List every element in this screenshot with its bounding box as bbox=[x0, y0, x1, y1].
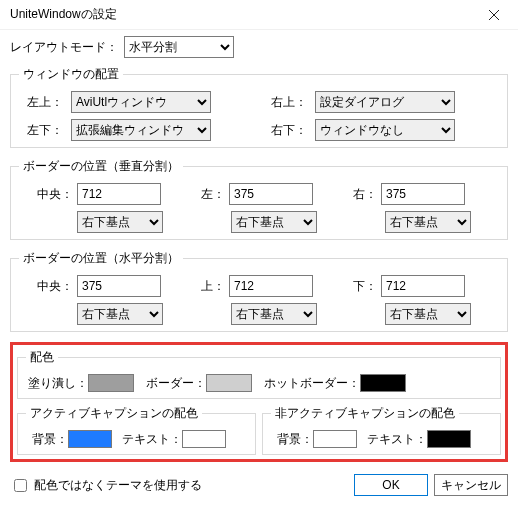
border-v-center-label: 中央： bbox=[29, 186, 73, 203]
group-inactive-caption-legend: 非アクティブキャプションの配色 bbox=[271, 405, 459, 422]
border-h-center-label: 中央： bbox=[29, 278, 73, 295]
inactive-bg-swatch[interactable] bbox=[313, 430, 357, 448]
hot-border-color-swatch[interactable] bbox=[360, 374, 406, 392]
group-border-horizontal: ボーダーの位置（水平分割） 中央： 上： 下： 右下基点 右下基点 右下基点 bbox=[10, 250, 508, 332]
inactive-bg-label: 背景： bbox=[277, 431, 313, 448]
active-text-swatch[interactable] bbox=[182, 430, 226, 448]
border-v-right-input[interactable] bbox=[381, 183, 465, 205]
border-h-top-label: 上： bbox=[181, 278, 225, 295]
fill-color-swatch[interactable] bbox=[88, 374, 134, 392]
border-v-center-input[interactable] bbox=[77, 183, 161, 205]
cancel-button[interactable]: キャンセル bbox=[434, 474, 508, 496]
ok-button[interactable]: OK bbox=[354, 474, 428, 496]
group-border-vertical: ボーダーの位置（垂直分割） 中央： 左： 右： 右下基点 右下基点 右下基点 bbox=[10, 158, 508, 240]
group-colors: 配色 塗り潰し： ボーダー： ホットボーダー： bbox=[17, 349, 501, 399]
placement-bl-label: 左下： bbox=[19, 122, 63, 139]
fill-color-label: 塗り潰し： bbox=[28, 375, 88, 392]
hot-border-color-label: ホットボーダー： bbox=[264, 375, 360, 392]
border-h-top-origin[interactable]: 右下基点 bbox=[231, 303, 317, 325]
layout-mode-select[interactable]: 水平分割 bbox=[124, 36, 234, 58]
placement-tr-select[interactable]: 設定ダイアログ bbox=[315, 91, 455, 113]
group-inactive-caption: 非アクティブキャプションの配色 背景： テキスト： bbox=[262, 405, 501, 455]
placement-tl-select[interactable]: AviUtlウィンドウ bbox=[71, 91, 211, 113]
group-border-horizontal-legend: ボーダーの位置（水平分割） bbox=[19, 250, 183, 267]
window-title: UniteWindowの設定 bbox=[10, 6, 472, 23]
group-window-placement: ウィンドウの配置 左上： AviUtlウィンドウ 右上： 設定ダイアログ 左下：… bbox=[10, 66, 508, 148]
border-v-left-origin[interactable]: 右下基点 bbox=[231, 211, 317, 233]
placement-tr-label: 右上： bbox=[263, 94, 307, 111]
group-active-caption: アクティブキャプションの配色 背景： テキスト： bbox=[17, 405, 256, 455]
border-h-center-origin[interactable]: 右下基点 bbox=[77, 303, 163, 325]
border-h-top-input[interactable] bbox=[229, 275, 313, 297]
border-h-bottom-input[interactable] bbox=[381, 275, 465, 297]
use-theme-label: 配色ではなくテーマを使用する bbox=[34, 477, 202, 494]
active-text-label: テキスト： bbox=[122, 431, 182, 448]
border-v-right-origin[interactable]: 右下基点 bbox=[385, 211, 471, 233]
active-bg-label: 背景： bbox=[32, 431, 68, 448]
use-theme-checkbox-wrap[interactable]: 配色ではなくテーマを使用する bbox=[10, 476, 348, 495]
close-icon bbox=[489, 10, 499, 20]
active-bg-swatch[interactable] bbox=[68, 430, 112, 448]
inactive-text-label: テキスト： bbox=[367, 431, 427, 448]
placement-br-label: 右下： bbox=[263, 122, 307, 139]
titlebar: UniteWindowの設定 bbox=[0, 0, 518, 30]
placement-bl-select[interactable]: 拡張編集ウィンドウ bbox=[71, 119, 211, 141]
group-window-placement-legend: ウィンドウの配置 bbox=[19, 66, 123, 83]
use-theme-checkbox[interactable] bbox=[14, 479, 27, 492]
group-active-caption-legend: アクティブキャプションの配色 bbox=[26, 405, 202, 422]
inactive-text-swatch[interactable] bbox=[427, 430, 471, 448]
border-v-left-input[interactable] bbox=[229, 183, 313, 205]
border-v-center-origin[interactable]: 右下基点 bbox=[77, 211, 163, 233]
border-h-center-input[interactable] bbox=[77, 275, 161, 297]
border-color-swatch[interactable] bbox=[206, 374, 252, 392]
group-border-vertical-legend: ボーダーの位置（垂直分割） bbox=[19, 158, 183, 175]
close-button[interactable] bbox=[472, 1, 516, 29]
placement-br-select[interactable]: ウィンドウなし bbox=[315, 119, 455, 141]
placement-tl-label: 左上： bbox=[19, 94, 63, 111]
border-h-bottom-origin[interactable]: 右下基点 bbox=[385, 303, 471, 325]
group-colors-legend: 配色 bbox=[26, 349, 58, 366]
border-v-left-label: 左： bbox=[181, 186, 225, 203]
border-h-bottom-label: 下： bbox=[333, 278, 377, 295]
layout-mode-label: レイアウトモード： bbox=[10, 39, 118, 56]
border-v-right-label: 右： bbox=[333, 186, 377, 203]
border-color-label: ボーダー： bbox=[146, 375, 206, 392]
color-settings-highlight: 配色 塗り潰し： ボーダー： ホットボーダー： アクティブキャプションの配色 bbox=[10, 342, 508, 462]
